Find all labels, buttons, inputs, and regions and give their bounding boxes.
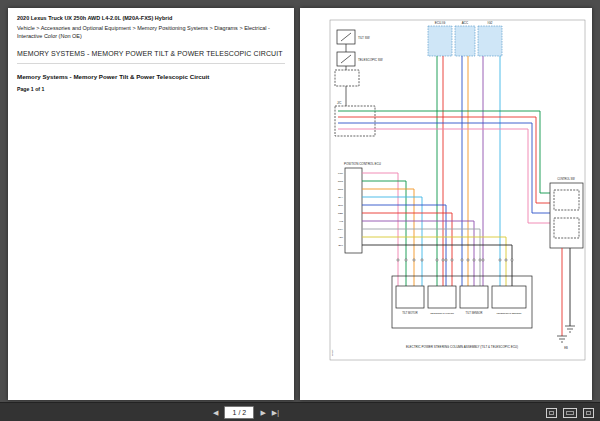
svg-text:SKY: SKY bbox=[338, 196, 343, 199]
breadcrumb: Vehicle > Accessories and Optional Equip… bbox=[17, 25, 285, 41]
page-count-label: Page 1 of 1 bbox=[17, 86, 285, 92]
svg-text:CONTROL SW: CONTROL SW bbox=[557, 177, 575, 181]
svg-text:BLK: BLK bbox=[338, 244, 343, 247]
svg-text:PNK: PNK bbox=[338, 172, 343, 175]
title-divider bbox=[17, 63, 285, 64]
document-page-right: ECU-IGACCIG2TILT SWTELESCOPIC SWJ/CPOSIT… bbox=[300, 8, 592, 400]
svg-text:W417: W417 bbox=[331, 349, 334, 356]
svg-text:TILT SW: TILT SW bbox=[358, 36, 370, 40]
svg-text:ECU-IG: ECU-IG bbox=[435, 21, 446, 25]
junction-block-connectors bbox=[428, 26, 502, 56]
ecu-connector-strip bbox=[345, 168, 512, 286]
vehicle-title: 2020 Lexus Truck UX 250h AWD L4-2.0L (M2… bbox=[17, 15, 285, 23]
svg-text:YEL: YEL bbox=[338, 236, 343, 239]
wiring-diagram: ECU-IGACCIG2TILT SWTELESCOPIC SWJ/CPOSIT… bbox=[300, 8, 592, 400]
page-navigation: ◀ 1 / 2 ▶ ▶| bbox=[213, 403, 279, 421]
fit-width-icon[interactable] bbox=[563, 408, 577, 418]
prev-page-button[interactable]: ◀ bbox=[213, 403, 218, 421]
document-title: MEMORY SYSTEMS - MEMORY POWER TILT & POW… bbox=[17, 50, 285, 57]
svg-text:TILT MOTOR: TILT MOTOR bbox=[402, 311, 418, 315]
document-page-left: 2020 Lexus Truck UX 250h AWD L4-2.0L (M2… bbox=[8, 8, 294, 400]
fit-page-icon[interactable] bbox=[546, 408, 557, 418]
diagram-subtitle: Memory Systems - Memory Power Tilt & Pow… bbox=[17, 73, 285, 80]
page-number-input[interactable]: 1 / 2 bbox=[224, 406, 254, 419]
switch-components bbox=[335, 30, 359, 106]
svg-text:J/C: J/C bbox=[337, 101, 342, 105]
svg-text:RED: RED bbox=[338, 212, 343, 215]
svg-text:GRY: GRY bbox=[338, 228, 344, 231]
svg-text:BLU: BLU bbox=[338, 204, 343, 207]
svg-text:GRN: GRN bbox=[338, 180, 344, 183]
svg-text:VIO: VIO bbox=[339, 220, 343, 223]
ground-symbols bbox=[557, 326, 575, 342]
svg-text:ELECTRIC POWER STEERING COLUMN: ELECTRIC POWER STEERING COLUMN ASSEMBLY … bbox=[406, 345, 518, 349]
pdf-viewer: 2020 Lexus Truck UX 250h AWD L4-2.0L (M2… bbox=[0, 0, 600, 421]
diagram-border bbox=[330, 20, 585, 360]
svg-text:TELESCOPIC SENSOR: TELESCOPIC SENSOR bbox=[497, 312, 522, 314]
next-page-button[interactable]: ▶ bbox=[260, 403, 265, 421]
power-feed-wires bbox=[437, 56, 500, 286]
svg-text:TELESCOPIC SW: TELESCOPIC SW bbox=[358, 58, 383, 62]
svg-text:TELESCOPIC MOTOR: TELESCOPIC MOTOR bbox=[430, 312, 454, 314]
inline-connector-row bbox=[397, 259, 513, 261]
svg-text:EB: EB bbox=[564, 346, 568, 350]
svg-text:ACC: ACC bbox=[462, 21, 469, 25]
fullscreen-icon[interactable] bbox=[583, 408, 594, 418]
svg-text:IG2: IG2 bbox=[488, 21, 493, 25]
last-page-button[interactable]: ▶| bbox=[272, 403, 279, 421]
svg-text:POSITION CONTROL ECU: POSITION CONTROL ECU bbox=[344, 162, 381, 166]
view-controls bbox=[546, 403, 594, 421]
svg-text:TILT SENSOR: TILT SENSOR bbox=[466, 311, 483, 315]
svg-text:ORN: ORN bbox=[338, 188, 344, 191]
viewer-toolbar: ◀ 1 / 2 ▶ ▶| bbox=[0, 402, 600, 421]
control-switch bbox=[550, 183, 583, 336]
